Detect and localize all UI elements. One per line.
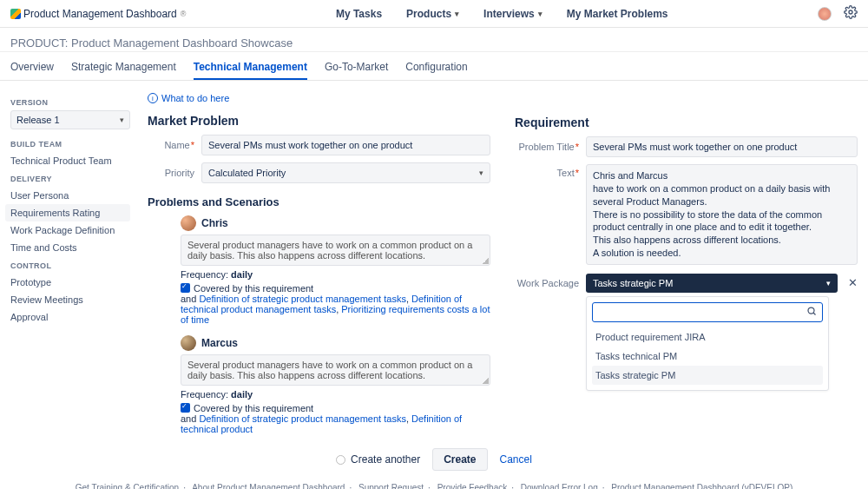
option-product-requirement-jira[interactable]: Product requirement JIRA — [592, 327, 823, 347]
footer-version: Product Management Dashboard (vDEVELOP) — [611, 483, 792, 489]
tab-configuration[interactable]: Configuration — [405, 56, 467, 80]
mp-name-label: Name — [148, 140, 194, 150]
tab-technical[interactable]: Technical Management — [194, 56, 307, 80]
settings-icon[interactable] — [844, 5, 858, 22]
svg-line-2 — [813, 313, 816, 315]
link-def-strategic[interactable]: Definition of strategic product manageme… — [199, 294, 405, 304]
persona-chris: Chris — [181, 215, 490, 231]
footer: Get Training & Certification· About Prod… — [0, 479, 868, 489]
nav-my-tasks[interactable]: My Tasks — [336, 8, 382, 20]
option-tasks-technical-pm[interactable]: Tasks technical PM — [592, 347, 823, 366]
tab-overview[interactable]: Overview — [10, 56, 54, 80]
what-to-do-here[interactable]: i What to do here — [148, 93, 490, 103]
tab-strategic[interactable]: Strategic Management — [71, 56, 176, 80]
avatar — [181, 215, 196, 231]
version-select[interactable]: Release 1 ▾ — [10, 110, 130, 129]
sidebar-build-team-link[interactable]: Technical Product Team — [10, 152, 130, 169]
chevron-down-icon: ▾ — [538, 10, 542, 18]
nav-products[interactable]: Products▾ — [406, 8, 459, 20]
footer-support[interactable]: Support Request — [358, 483, 424, 489]
avatar — [181, 335, 196, 351]
work-package-dropdown: Product requirement JIRA Tasks technical… — [586, 296, 829, 391]
requirement-title: Requirement — [515, 116, 858, 129]
option-tasks-strategic-pm[interactable]: Tasks strategic PM — [592, 366, 823, 385]
sidebar-version-label: VERSION — [10, 98, 130, 107]
brand-logo-icon — [10, 9, 21, 19]
sidebar-item-requirements-rating[interactable]: Requirements Rating — [5, 204, 130, 221]
problems-scenarios-title: Problems and Scenarios — [148, 195, 490, 208]
mp-name-input[interactable]: Several PMs must work together on one pr… — [201, 135, 490, 155]
footer-error-log[interactable]: Download Error Log — [521, 483, 598, 489]
topnav: My Tasks Products▾ Interviews▾ My Market… — [336, 8, 668, 20]
create-another-radio[interactable]: Create another — [336, 453, 420, 466]
nav-my-market-problems[interactable]: My Market Problems — [567, 8, 668, 20]
svg-point-0 — [849, 10, 852, 14]
tab-gtm[interactable]: Go-To-Market — [325, 56, 388, 80]
main-layout: VERSION Release 1 ▾ BUILD TEAM Technical… — [0, 81, 868, 443]
mp-priority-label: Priority — [148, 168, 194, 178]
chevron-down-icon: ▾ — [479, 169, 483, 177]
radio-icon — [336, 455, 345, 465]
brand-name: Product Management Dashboard — [23, 8, 177, 20]
user-avatar-icon[interactable] — [818, 7, 832, 21]
market-problem-title: Market Problem — [148, 114, 490, 128]
dropdown-search-input[interactable] — [598, 307, 801, 317]
create-button[interactable]: Create — [432, 448, 487, 471]
work-package-select[interactable]: Tasks strategic PM ▾ — [586, 274, 838, 293]
scenario-textarea-marcus[interactable]: Several product managers have to work on… — [181, 354, 490, 386]
persona-marcus: Marcus — [181, 335, 490, 351]
footer-about[interactable]: About Product Management Dashboard — [192, 483, 345, 489]
info-icon: i — [148, 93, 158, 103]
cancel-button[interactable]: Cancel — [500, 453, 532, 466]
footer-feedback[interactable]: Provide Feedback — [437, 483, 508, 489]
covered-chris: Covered by this requirement and Definiti… — [181, 283, 490, 325]
frequency-marcus: Frequency: daily — [181, 389, 490, 400]
sidebar-item-time-and-costs[interactable]: Time and Costs — [10, 239, 130, 256]
main-content: i What to do here Market Problem Name Se… — [130, 93, 858, 434]
checkbox-icon[interactable] — [181, 403, 190, 413]
svg-point-1 — [808, 307, 814, 314]
clear-icon[interactable]: ✕ — [848, 276, 858, 289]
sidebar-item-user-persona[interactable]: User Persona — [10, 187, 130, 204]
topbar-right — [818, 5, 858, 22]
brand[interactable]: Product Management Dashboard ® — [10, 8, 186, 20]
req-problem-title-input[interactable]: Several PMs must work together on one pr… — [586, 136, 858, 157]
sidebar-item-approval[interactable]: Approval — [10, 308, 130, 326]
search-icon — [806, 306, 817, 319]
requirement-column: Requirement Problem Title Several PMs mu… — [515, 93, 858, 434]
tabs: Overview Strategic Management Technical … — [0, 52, 868, 81]
checkbox-icon[interactable] — [181, 283, 190, 293]
scenario-textarea-chris[interactable]: Several product managers have to work on… — [181, 235, 490, 266]
frequency-chris: Frequency: daily — [181, 269, 490, 280]
mp-priority-select[interactable]: Calculated Priority ▾ — [201, 162, 490, 183]
footer-training[interactable]: Get Training & Certification — [76, 483, 180, 489]
chevron-down-icon: ▾ — [120, 116, 124, 124]
sidebar-item-work-package-definition[interactable]: Work Package Definition — [10, 221, 130, 239]
link-def-strategic[interactable]: Definition of strategic product manageme… — [199, 413, 405, 424]
sidebar-item-review-meetings[interactable]: Review Meetings — [10, 291, 130, 308]
dropdown-search[interactable] — [592, 302, 823, 322]
nav-interviews[interactable]: Interviews▾ — [483, 8, 542, 20]
topbar: Product Management Dashboard ® My Tasks … — [0, 0, 868, 28]
req-problem-title-label: Problem Title — [515, 142, 579, 152]
chevron-down-icon: ▾ — [455, 10, 459, 18]
sidebar: VERSION Release 1 ▾ BUILD TEAM Technical… — [10, 93, 130, 434]
market-problem-column: i What to do here Market Problem Name Se… — [148, 93, 490, 434]
sidebar-item-prototype[interactable]: Prototype — [10, 274, 130, 291]
sidebar-delivery-label: DELIVERY — [10, 175, 130, 183]
work-package-label: Work Package — [515, 278, 579, 288]
req-text-textarea[interactable]: Chris and Marcus have to work on a commo… — [586, 164, 858, 265]
req-text-label: Text — [515, 164, 579, 178]
chevron-down-icon: ▾ — [826, 279, 831, 287]
breadcrumb: PRODUCT: Product Management Dashboard Sh… — [0, 28, 868, 52]
covered-marcus: Covered by this requirement and Definiti… — [181, 403, 490, 434]
sidebar-build-team-label: BUILD TEAM — [10, 140, 130, 149]
brand-reg: ® — [181, 10, 187, 18]
sidebar-control-label: CONTROL — [10, 261, 130, 270]
form-actions: Create another Create Cancel — [0, 443, 868, 479]
